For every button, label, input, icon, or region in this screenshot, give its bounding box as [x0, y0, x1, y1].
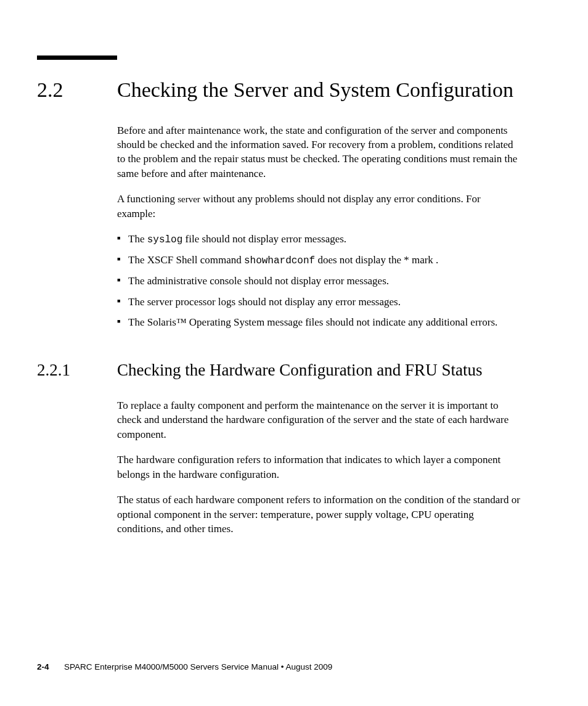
b1-b: file should not display error messages.	[182, 233, 346, 245]
page-content: 2.2 Checking the Server and System Confi…	[0, 0, 588, 536]
bullet-item-5: The Solaris™ Operating System message fi…	[117, 315, 520, 329]
sub-paragraph-2: The hardware configuration refers to inf…	[117, 453, 520, 482]
page-footer: 2-4SPARC Enterprise M4000/M5000 Servers …	[37, 662, 520, 671]
subsection-title: Checking the Hardware Configuration and …	[117, 359, 482, 381]
bullet-item-1: The syslog file should not display error…	[117, 232, 520, 247]
intro-p2-a: A functioning	[117, 193, 178, 205]
subsection-heading: 2.2.1 Checking the Hardware Configuratio…	[37, 359, 520, 381]
section-body: Before and after maintenance work, the s…	[117, 123, 520, 330]
sub-paragraph-1: To replace a faulty component and perfor…	[117, 398, 520, 441]
section-number: 2.2	[37, 78, 117, 102]
intro-p2-server: server	[178, 194, 200, 204]
b2-code: showhardconf	[244, 255, 315, 266]
section-title: Checking the Server and System Configura…	[117, 77, 513, 104]
bullet-item-4: The server processor logs should not dis…	[117, 295, 520, 309]
b2-a: The XSCF Shell command	[128, 254, 244, 266]
footer-text: SPARC Enterprise M4000/M5000 Servers Ser…	[64, 662, 332, 671]
page-number: 2-4	[37, 662, 64, 671]
intro-paragraph-1: Before and after maintenance work, the s…	[117, 123, 520, 181]
subsection-body: To replace a faulty component and perfor…	[117, 398, 520, 536]
section-rule	[37, 55, 117, 60]
bullet-item-3: The administrative console should not di…	[117, 274, 520, 288]
intro-paragraph-2: A functioning server without any problem…	[117, 192, 520, 221]
b1-a: The	[128, 233, 147, 245]
bullet-item-2: The XSCF Shell command showhardconf does…	[117, 253, 520, 268]
sub-paragraph-3: The status of each hardware component re…	[117, 493, 520, 536]
subsection-number: 2.2.1	[37, 361, 117, 380]
section-heading: 2.2 Checking the Server and System Confi…	[37, 77, 520, 104]
bullet-list: The syslog file should not display error…	[117, 232, 520, 330]
b2-b: does not display the * mark .	[315, 254, 438, 266]
b1-code: syslog	[147, 234, 183, 245]
